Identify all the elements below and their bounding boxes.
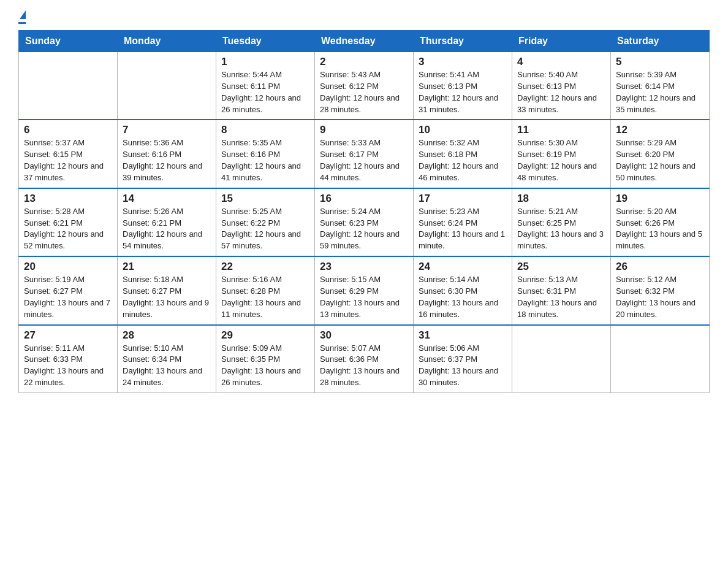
day-number: 19 [616, 193, 704, 205]
day-number: 28 [123, 329, 211, 342]
day-number: 27 [24, 329, 112, 342]
col-header-thursday: Thursday [414, 31, 512, 52]
day-number: 21 [123, 261, 211, 273]
day-number: 26 [616, 261, 704, 273]
day-info: Sunrise: 5:43 AM Sunset: 6:12 PM Dayligh… [320, 69, 408, 115]
day-info: Sunrise: 5:24 AM Sunset: 6:23 PM Dayligh… [320, 206, 408, 252]
day-number: 6 [24, 124, 112, 136]
calendar-cell: 19Sunrise: 5:20 AM Sunset: 6:26 PM Dayli… [611, 188, 710, 256]
calendar-cell: 26Sunrise: 5:12 AM Sunset: 6:32 PM Dayli… [611, 256, 710, 324]
calendar-cell: 2Sunrise: 5:43 AM Sunset: 6:12 PM Daylig… [315, 52, 414, 120]
day-info: Sunrise: 5:10 AM Sunset: 6:34 PM Dayligh… [123, 343, 211, 389]
day-info: Sunrise: 5:35 AM Sunset: 6:16 PM Dayligh… [221, 137, 309, 183]
day-info: Sunrise: 5:07 AM Sunset: 6:36 PM Dayligh… [320, 343, 408, 389]
day-info: Sunrise: 5:30 AM Sunset: 6:19 PM Dayligh… [517, 137, 605, 183]
calendar-cell: 25Sunrise: 5:13 AM Sunset: 6:31 PM Dayli… [512, 256, 611, 324]
day-info: Sunrise: 5:11 AM Sunset: 6:33 PM Dayligh… [24, 343, 112, 389]
day-info: Sunrise: 5:39 AM Sunset: 6:14 PM Dayligh… [616, 69, 704, 115]
day-info: Sunrise: 5:18 AM Sunset: 6:27 PM Dayligh… [123, 274, 211, 320]
calendar-cell [118, 52, 216, 120]
logo-underline [18, 22, 26, 24]
calendar-cell: 21Sunrise: 5:18 AM Sunset: 6:27 PM Dayli… [118, 256, 216, 324]
day-info: Sunrise: 5:20 AM Sunset: 6:26 PM Dayligh… [616, 206, 704, 252]
calendar-week-row: 1Sunrise: 5:44 AM Sunset: 6:11 PM Daylig… [19, 52, 710, 120]
calendar-cell [512, 325, 611, 393]
col-header-tuesday: Tuesday [216, 31, 315, 52]
col-header-friday: Friday [512, 31, 611, 52]
page-header [18, 12, 710, 24]
day-info: Sunrise: 5:25 AM Sunset: 6:22 PM Dayligh… [221, 206, 309, 252]
day-number: 4 [517, 56, 605, 68]
calendar-cell: 1Sunrise: 5:44 AM Sunset: 6:11 PM Daylig… [216, 52, 315, 120]
col-header-monday: Monday [118, 31, 216, 52]
calendar-cell [611, 325, 710, 393]
day-info: Sunrise: 5:09 AM Sunset: 6:35 PM Dayligh… [221, 343, 309, 389]
calendar-cell: 17Sunrise: 5:23 AM Sunset: 6:24 PM Dayli… [414, 188, 512, 256]
calendar-cell: 3Sunrise: 5:41 AM Sunset: 6:13 PM Daylig… [414, 52, 512, 120]
day-number: 25 [517, 261, 605, 273]
col-header-sunday: Sunday [19, 31, 118, 52]
calendar-table: SundayMondayTuesdayWednesdayThursdayFrid… [18, 30, 710, 393]
day-number: 31 [419, 329, 507, 342]
col-header-wednesday: Wednesday [315, 31, 414, 52]
calendar-cell: 6Sunrise: 5:37 AM Sunset: 6:15 PM Daylig… [19, 120, 118, 188]
day-number: 9 [320, 124, 408, 136]
calendar-cell: 5Sunrise: 5:39 AM Sunset: 6:14 PM Daylig… [611, 52, 710, 120]
calendar-cell: 23Sunrise: 5:15 AM Sunset: 6:29 PM Dayli… [315, 256, 414, 324]
calendar-cell: 14Sunrise: 5:26 AM Sunset: 6:21 PM Dayli… [118, 188, 216, 256]
calendar-cell: 27Sunrise: 5:11 AM Sunset: 6:33 PM Dayli… [19, 325, 118, 393]
day-info: Sunrise: 5:28 AM Sunset: 6:21 PM Dayligh… [24, 206, 112, 252]
col-header-saturday: Saturday [611, 31, 710, 52]
day-number: 8 [221, 124, 309, 136]
calendar-week-row: 20Sunrise: 5:19 AM Sunset: 6:27 PM Dayli… [19, 256, 710, 324]
calendar-cell: 11Sunrise: 5:30 AM Sunset: 6:19 PM Dayli… [512, 120, 611, 188]
day-info: Sunrise: 5:33 AM Sunset: 6:17 PM Dayligh… [320, 137, 408, 183]
logo [18, 12, 26, 24]
day-info: Sunrise: 5:21 AM Sunset: 6:25 PM Dayligh… [517, 206, 605, 252]
day-info: Sunrise: 5:14 AM Sunset: 6:30 PM Dayligh… [419, 274, 507, 320]
day-number: 7 [123, 124, 211, 136]
day-number: 20 [24, 261, 112, 273]
day-number: 1 [221, 56, 309, 68]
calendar-cell: 22Sunrise: 5:16 AM Sunset: 6:28 PM Dayli… [216, 256, 315, 324]
day-info: Sunrise: 5:36 AM Sunset: 6:16 PM Dayligh… [123, 137, 211, 183]
day-info: Sunrise: 5:32 AM Sunset: 6:18 PM Dayligh… [419, 137, 507, 183]
day-info: Sunrise: 5:12 AM Sunset: 6:32 PM Dayligh… [616, 274, 704, 320]
calendar-cell: 30Sunrise: 5:07 AM Sunset: 6:36 PM Dayli… [315, 325, 414, 393]
day-number: 12 [616, 124, 704, 136]
calendar-cell: 20Sunrise: 5:19 AM Sunset: 6:27 PM Dayli… [19, 256, 118, 324]
day-info: Sunrise: 5:37 AM Sunset: 6:15 PM Dayligh… [24, 137, 112, 183]
calendar-cell: 28Sunrise: 5:10 AM Sunset: 6:34 PM Dayli… [118, 325, 216, 393]
calendar-cell: 10Sunrise: 5:32 AM Sunset: 6:18 PM Dayli… [414, 120, 512, 188]
calendar-cell: 24Sunrise: 5:14 AM Sunset: 6:30 PM Dayli… [414, 256, 512, 324]
day-info: Sunrise: 5:19 AM Sunset: 6:27 PM Dayligh… [24, 274, 112, 320]
day-number: 5 [616, 56, 704, 68]
day-number: 29 [221, 329, 309, 342]
calendar-cell: 12Sunrise: 5:29 AM Sunset: 6:20 PM Dayli… [611, 120, 710, 188]
day-number: 24 [419, 261, 507, 273]
day-info: Sunrise: 5:40 AM Sunset: 6:13 PM Dayligh… [517, 69, 605, 115]
calendar-week-row: 6Sunrise: 5:37 AM Sunset: 6:15 PM Daylig… [19, 120, 710, 188]
day-number: 13 [24, 193, 112, 205]
calendar-week-row: 13Sunrise: 5:28 AM Sunset: 6:21 PM Dayli… [19, 188, 710, 256]
day-info: Sunrise: 5:29 AM Sunset: 6:20 PM Dayligh… [616, 137, 704, 183]
day-number: 23 [320, 261, 408, 273]
day-info: Sunrise: 5:16 AM Sunset: 6:28 PM Dayligh… [221, 274, 309, 320]
calendar-header-row: SundayMondayTuesdayWednesdayThursdayFrid… [19, 31, 710, 52]
day-info: Sunrise: 5:15 AM Sunset: 6:29 PM Dayligh… [320, 274, 408, 320]
day-info: Sunrise: 5:13 AM Sunset: 6:31 PM Dayligh… [517, 274, 605, 320]
day-number: 10 [419, 124, 507, 136]
calendar-cell: 16Sunrise: 5:24 AM Sunset: 6:23 PM Dayli… [315, 188, 414, 256]
day-number: 3 [419, 56, 507, 68]
calendar-cell: 31Sunrise: 5:06 AM Sunset: 6:37 PM Dayli… [414, 325, 512, 393]
day-number: 11 [517, 124, 605, 136]
day-info: Sunrise: 5:23 AM Sunset: 6:24 PM Dayligh… [419, 206, 507, 252]
calendar-cell: 29Sunrise: 5:09 AM Sunset: 6:35 PM Dayli… [216, 325, 315, 393]
calendar-cell [19, 52, 118, 120]
day-number: 30 [320, 329, 408, 342]
day-info: Sunrise: 5:41 AM Sunset: 6:13 PM Dayligh… [419, 69, 507, 115]
calendar-cell: 8Sunrise: 5:35 AM Sunset: 6:16 PM Daylig… [216, 120, 315, 188]
day-info: Sunrise: 5:44 AM Sunset: 6:11 PM Dayligh… [221, 69, 309, 115]
calendar-cell: 9Sunrise: 5:33 AM Sunset: 6:17 PM Daylig… [315, 120, 414, 188]
day-number: 16 [320, 193, 408, 205]
